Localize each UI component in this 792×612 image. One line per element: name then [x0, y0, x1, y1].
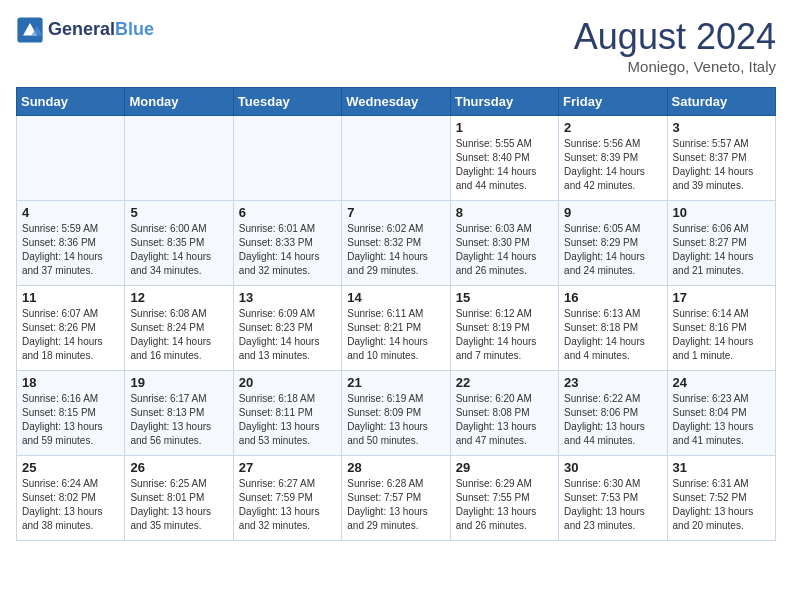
day-info: Sunrise: 6:08 AM Sunset: 8:24 PM Dayligh… — [130, 307, 227, 363]
week-row-3: 11Sunrise: 6:07 AM Sunset: 8:26 PM Dayli… — [17, 286, 776, 371]
day-number: 27 — [239, 460, 336, 475]
calendar-cell: 19Sunrise: 6:17 AM Sunset: 8:13 PM Dayli… — [125, 371, 233, 456]
week-row-5: 25Sunrise: 6:24 AM Sunset: 8:02 PM Dayli… — [17, 456, 776, 541]
day-number: 2 — [564, 120, 661, 135]
day-info: Sunrise: 6:02 AM Sunset: 8:32 PM Dayligh… — [347, 222, 444, 278]
day-info: Sunrise: 6:18 AM Sunset: 8:11 PM Dayligh… — [239, 392, 336, 448]
day-info: Sunrise: 6:05 AM Sunset: 8:29 PM Dayligh… — [564, 222, 661, 278]
day-number: 16 — [564, 290, 661, 305]
day-number: 7 — [347, 205, 444, 220]
logo-icon — [16, 16, 44, 44]
day-info: Sunrise: 5:59 AM Sunset: 8:36 PM Dayligh… — [22, 222, 119, 278]
day-number: 10 — [673, 205, 770, 220]
title-block: August 2024 Moniego, Veneto, Italy — [574, 16, 776, 75]
calendar-cell: 12Sunrise: 6:08 AM Sunset: 8:24 PM Dayli… — [125, 286, 233, 371]
day-number: 24 — [673, 375, 770, 390]
calendar-cell: 26Sunrise: 6:25 AM Sunset: 8:01 PM Dayli… — [125, 456, 233, 541]
week-row-4: 18Sunrise: 6:16 AM Sunset: 8:15 PM Dayli… — [17, 371, 776, 456]
calendar-cell: 15Sunrise: 6:12 AM Sunset: 8:19 PM Dayli… — [450, 286, 558, 371]
day-info: Sunrise: 6:14 AM Sunset: 8:16 PM Dayligh… — [673, 307, 770, 363]
day-number: 4 — [22, 205, 119, 220]
day-number: 29 — [456, 460, 553, 475]
day-info: Sunrise: 6:30 AM Sunset: 7:53 PM Dayligh… — [564, 477, 661, 533]
day-info: Sunrise: 6:27 AM Sunset: 7:59 PM Dayligh… — [239, 477, 336, 533]
day-number: 5 — [130, 205, 227, 220]
day-info: Sunrise: 6:16 AM Sunset: 8:15 PM Dayligh… — [22, 392, 119, 448]
calendar-cell: 3Sunrise: 5:57 AM Sunset: 8:37 PM Daylig… — [667, 116, 775, 201]
calendar-cell — [125, 116, 233, 201]
logo-text: GeneralBlue — [48, 20, 154, 40]
day-info: Sunrise: 6:31 AM Sunset: 7:52 PM Dayligh… — [673, 477, 770, 533]
day-info: Sunrise: 6:24 AM Sunset: 8:02 PM Dayligh… — [22, 477, 119, 533]
calendar-cell: 16Sunrise: 6:13 AM Sunset: 8:18 PM Dayli… — [559, 286, 667, 371]
day-number: 30 — [564, 460, 661, 475]
calendar-cell: 27Sunrise: 6:27 AM Sunset: 7:59 PM Dayli… — [233, 456, 341, 541]
month-year: August 2024 — [574, 16, 776, 58]
day-info: Sunrise: 6:13 AM Sunset: 8:18 PM Dayligh… — [564, 307, 661, 363]
day-number: 12 — [130, 290, 227, 305]
calendar-table: SundayMondayTuesdayWednesdayThursdayFrid… — [16, 87, 776, 541]
calendar-cell: 25Sunrise: 6:24 AM Sunset: 8:02 PM Dayli… — [17, 456, 125, 541]
calendar-cell: 4Sunrise: 5:59 AM Sunset: 8:36 PM Daylig… — [17, 201, 125, 286]
calendar-cell: 30Sunrise: 6:30 AM Sunset: 7:53 PM Dayli… — [559, 456, 667, 541]
calendar-cell: 13Sunrise: 6:09 AM Sunset: 8:23 PM Dayli… — [233, 286, 341, 371]
day-number: 17 — [673, 290, 770, 305]
day-info: Sunrise: 6:29 AM Sunset: 7:55 PM Dayligh… — [456, 477, 553, 533]
col-header-thursday: Thursday — [450, 88, 558, 116]
day-number: 21 — [347, 375, 444, 390]
col-header-monday: Monday — [125, 88, 233, 116]
calendar-cell: 6Sunrise: 6:01 AM Sunset: 8:33 PM Daylig… — [233, 201, 341, 286]
calendar-cell: 5Sunrise: 6:00 AM Sunset: 8:35 PM Daylig… — [125, 201, 233, 286]
day-info: Sunrise: 5:57 AM Sunset: 8:37 PM Dayligh… — [673, 137, 770, 193]
calendar-cell: 14Sunrise: 6:11 AM Sunset: 8:21 PM Dayli… — [342, 286, 450, 371]
day-number: 11 — [22, 290, 119, 305]
col-header-tuesday: Tuesday — [233, 88, 341, 116]
day-number: 22 — [456, 375, 553, 390]
day-info: Sunrise: 6:03 AM Sunset: 8:30 PM Dayligh… — [456, 222, 553, 278]
day-info: Sunrise: 6:12 AM Sunset: 8:19 PM Dayligh… — [456, 307, 553, 363]
day-number: 19 — [130, 375, 227, 390]
location: Moniego, Veneto, Italy — [574, 58, 776, 75]
calendar-cell: 18Sunrise: 6:16 AM Sunset: 8:15 PM Dayli… — [17, 371, 125, 456]
day-number: 8 — [456, 205, 553, 220]
calendar-cell: 8Sunrise: 6:03 AM Sunset: 8:30 PM Daylig… — [450, 201, 558, 286]
day-info: Sunrise: 6:20 AM Sunset: 8:08 PM Dayligh… — [456, 392, 553, 448]
calendar-cell: 29Sunrise: 6:29 AM Sunset: 7:55 PM Dayli… — [450, 456, 558, 541]
day-info: Sunrise: 5:56 AM Sunset: 8:39 PM Dayligh… — [564, 137, 661, 193]
day-number: 14 — [347, 290, 444, 305]
calendar-cell — [342, 116, 450, 201]
calendar-cell: 31Sunrise: 6:31 AM Sunset: 7:52 PM Dayli… — [667, 456, 775, 541]
day-number: 9 — [564, 205, 661, 220]
calendar-cell: 28Sunrise: 6:28 AM Sunset: 7:57 PM Dayli… — [342, 456, 450, 541]
day-number: 3 — [673, 120, 770, 135]
day-info: Sunrise: 6:11 AM Sunset: 8:21 PM Dayligh… — [347, 307, 444, 363]
week-row-2: 4Sunrise: 5:59 AM Sunset: 8:36 PM Daylig… — [17, 201, 776, 286]
day-info: Sunrise: 6:17 AM Sunset: 8:13 PM Dayligh… — [130, 392, 227, 448]
day-info: Sunrise: 6:25 AM Sunset: 8:01 PM Dayligh… — [130, 477, 227, 533]
calendar-cell: 23Sunrise: 6:22 AM Sunset: 8:06 PM Dayli… — [559, 371, 667, 456]
calendar-cell: 10Sunrise: 6:06 AM Sunset: 8:27 PM Dayli… — [667, 201, 775, 286]
logo: GeneralBlue — [16, 16, 154, 44]
calendar-cell: 20Sunrise: 6:18 AM Sunset: 8:11 PM Dayli… — [233, 371, 341, 456]
day-info: Sunrise: 6:09 AM Sunset: 8:23 PM Dayligh… — [239, 307, 336, 363]
day-number: 13 — [239, 290, 336, 305]
col-header-friday: Friday — [559, 88, 667, 116]
day-info: Sunrise: 6:07 AM Sunset: 8:26 PM Dayligh… — [22, 307, 119, 363]
day-number: 20 — [239, 375, 336, 390]
header-row: SundayMondayTuesdayWednesdayThursdayFrid… — [17, 88, 776, 116]
day-number: 31 — [673, 460, 770, 475]
day-number: 6 — [239, 205, 336, 220]
day-info: Sunrise: 6:22 AM Sunset: 8:06 PM Dayligh… — [564, 392, 661, 448]
calendar-cell: 24Sunrise: 6:23 AM Sunset: 8:04 PM Dayli… — [667, 371, 775, 456]
day-number: 26 — [130, 460, 227, 475]
day-number: 23 — [564, 375, 661, 390]
calendar-cell: 7Sunrise: 6:02 AM Sunset: 8:32 PM Daylig… — [342, 201, 450, 286]
calendar-cell — [233, 116, 341, 201]
calendar-cell: 2Sunrise: 5:56 AM Sunset: 8:39 PM Daylig… — [559, 116, 667, 201]
day-number: 18 — [22, 375, 119, 390]
day-info: Sunrise: 6:23 AM Sunset: 8:04 PM Dayligh… — [673, 392, 770, 448]
calendar-cell: 22Sunrise: 6:20 AM Sunset: 8:08 PM Dayli… — [450, 371, 558, 456]
page-header: GeneralBlue August 2024 Moniego, Veneto,… — [16, 16, 776, 75]
week-row-1: 1Sunrise: 5:55 AM Sunset: 8:40 PM Daylig… — [17, 116, 776, 201]
day-number: 1 — [456, 120, 553, 135]
